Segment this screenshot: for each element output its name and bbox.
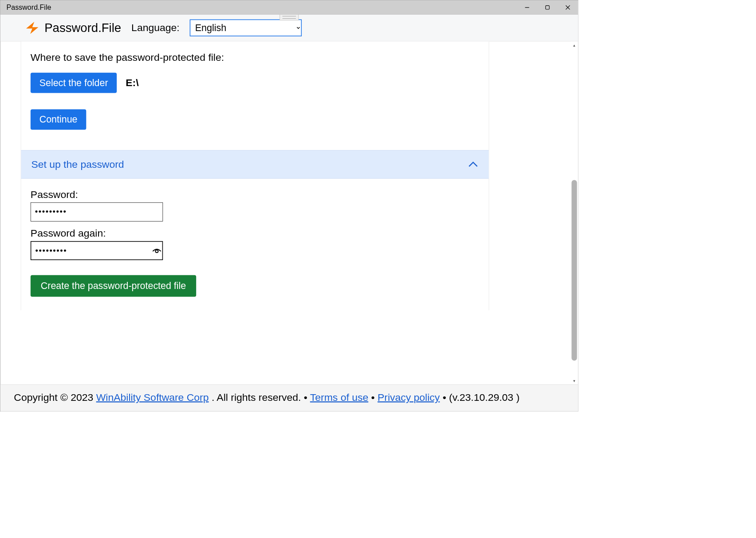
company-link[interactable]: WinAbility Software Corp (96, 392, 209, 403)
vertical-scrollbar[interactable]: ▴ ▾ (571, 41, 578, 384)
footer: Copyright © 2023 WinAbility Software Cor… (0, 384, 578, 411)
chevron-up-icon (468, 161, 478, 168)
window-title: Password.File (7, 3, 51, 11)
version-text: • (v.23.10.29.03 ) (443, 392, 520, 403)
password-label: Password: (31, 189, 479, 200)
minimize-button[interactable] (517, 0, 537, 14)
titlebar: Password.File (0, 0, 578, 15)
save-location-section: Where to save the password-protected fil… (21, 41, 488, 150)
app-logo-icon (24, 20, 40, 36)
content-scroll: Where to save the password-protected fil… (0, 41, 578, 384)
titlebar-buttons (517, 0, 578, 14)
drag-handle[interactable] (280, 14, 299, 20)
close-icon (565, 4, 571, 10)
svg-rect-1 (546, 5, 549, 9)
save-location-prompt: Where to save the password-protected fil… (31, 51, 479, 63)
language-label: Language: (131, 22, 179, 34)
app-title: Password.File (44, 21, 121, 35)
password-section: Password: Password again: Create the pas… (21, 178, 488, 310)
eye-icon[interactable] (151, 245, 162, 256)
terms-link[interactable]: Terms of use (310, 392, 368, 403)
selected-path: E:\ (126, 77, 138, 89)
scroll-up-arrow[interactable]: ▴ (571, 41, 578, 49)
svg-point-5 (155, 250, 158, 253)
scroll-down-arrow[interactable]: ▾ (571, 377, 578, 384)
select-folder-button[interactable]: Select the folder (31, 73, 117, 93)
scroll-thumb[interactable] (571, 180, 577, 360)
sep1: • (304, 392, 310, 403)
password-again-input[interactable] (31, 241, 163, 260)
logo-row: Password.File (24, 20, 121, 36)
scroll-track[interactable] (571, 49, 578, 377)
language-select[interactable]: English (190, 20, 302, 36)
create-file-button[interactable]: Create the password-protected file (31, 275, 196, 297)
main-panel: Where to save the password-protected fil… (21, 41, 489, 310)
continue-button[interactable]: Continue (31, 109, 87, 130)
minimize-icon (525, 5, 530, 10)
accordion-setup-password[interactable]: Set up the password (21, 150, 488, 178)
content-area: Where to save the password-protected fil… (0, 41, 578, 384)
close-button[interactable] (558, 0, 578, 14)
rights-text: . All rights reserved. (212, 392, 304, 403)
password-input[interactable] (31, 202, 163, 222)
app-header: Password.File Language: English (0, 15, 578, 41)
window-frame: Password.File Password.File Language: En… (0, 0, 579, 411)
privacy-link[interactable]: Privacy policy (378, 392, 440, 403)
copyright-prefix: Copyright © 2023 (14, 392, 96, 403)
svg-marker-4 (26, 22, 39, 34)
maximize-button[interactable] (537, 0, 558, 14)
password-again-label: Password again: (31, 228, 479, 239)
accordion-title: Set up the password (31, 158, 124, 170)
maximize-icon (545, 5, 550, 10)
sep2: • (371, 392, 378, 403)
